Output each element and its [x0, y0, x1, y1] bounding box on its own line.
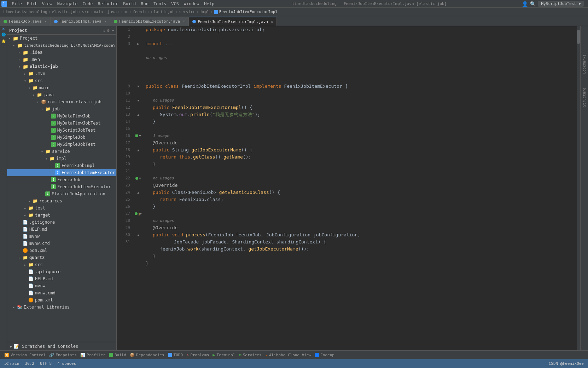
tree-main[interactable]: ▾ 📁 main	[7, 84, 116, 91]
close-feenixjobimpl[interactable]: ×	[104, 19, 106, 23]
tree-elastic-mvn[interactable]: ▸ 📁 .mvn	[7, 70, 116, 77]
menu-build[interactable]: Build	[121, 1, 138, 7]
tree-idea[interactable]: ▸ 📁 .idea	[7, 49, 116, 56]
fold-method1-end[interactable]: ▲	[134, 146, 142, 154]
profiler-btn[interactable]: 📊 Profiler	[79, 352, 107, 358]
tree-mvn-top[interactable]: ▸ 📁 .mvn	[7, 56, 116, 63]
bc-java[interactable]: java	[107, 10, 117, 14]
todo-btn[interactable]: TODO	[167, 352, 185, 358]
dependencies-btn[interactable]: 📦 Dependencies	[128, 352, 165, 358]
bc-impl[interactable]: impl	[200, 10, 209, 14]
fold-constructor-end[interactable]: ▲	[134, 111, 142, 118]
scrollbar-thumb[interactable]	[577, 30, 580, 44]
bc-service[interactable]: service	[179, 10, 195, 14]
run-config-dropdown[interactable]: MyScriptJobTest ▼	[538, 1, 584, 7]
tree-impl[interactable]: ▾ 📁 impl	[7, 155, 116, 162]
tree-mysimplejob[interactable]: ▸ C MySimpleJob	[7, 134, 116, 141]
tree-gitignore[interactable]: ▸ 📄 .gitignore	[7, 219, 116, 226]
tree-quartz-mvnw[interactable]: ▸ 📄 mvnw	[7, 282, 116, 289]
tree-feenixjob[interactable]: ▸ I FeenixJob	[7, 176, 116, 183]
fold-method2-arrow[interactable]: ▼	[139, 175, 141, 182]
codeup-btn[interactable]: Codeup	[313, 352, 336, 358]
tree-job[interactable]: ▾ 📁 job	[7, 105, 116, 113]
tree-quartz-help[interactable]: ▸ 📄 HELP.md	[7, 275, 116, 282]
tree-feenixjobitemexecutor[interactable]: ▸ I FeenixJobItemExecutor	[7, 183, 116, 190]
tree-resources[interactable]: ▸ 📁 resources	[7, 197, 116, 205]
fold-constructor-arrow[interactable]: ▼	[134, 97, 142, 104]
tree-quartz-mvnwcmd[interactable]: ▸ 📄 mvnw.cmd	[7, 289, 116, 297]
services-btn[interactable]: ⚙ Services	[237, 352, 263, 358]
tree-project-root[interactable]: ▾ 📁 Project	[7, 35, 116, 42]
tree-test[interactable]: ▸ 📁 test	[7, 205, 116, 212]
tree-target[interactable]: ▸ 📁 target	[7, 212, 116, 219]
tree-service[interactable]: ▾ 📁 service	[7, 148, 116, 155]
tree-feenixjobitemexecutorimpl[interactable]: ▸ C FeenixJobItemExecutorImpl	[7, 169, 116, 176]
tree-quartz-gitignore[interactable]: ▸ 📄 .gitignore	[7, 268, 116, 275]
code-editor[interactable]: package com.feenix.elasticjob.service.im…	[142, 26, 577, 350]
tree-com-feenix[interactable]: ▾ 📦 com.feenix.elasticjob	[7, 98, 116, 105]
tree-helpmd[interactable]: ▸ 📄 HELP.md	[7, 226, 116, 233]
tree-mysimplejobtest[interactable]: ▸ C MySimpleJobTest	[7, 141, 116, 148]
fold-import-arrow[interactable]: ▶	[134, 40, 142, 47]
line-col[interactable]: 30:2	[24, 361, 36, 367]
scrollbar[interactable]	[577, 26, 580, 350]
bc-timedtaskscheduling[interactable]: timedtaskscheduling	[3, 10, 47, 14]
bc-src[interactable]: src	[82, 10, 89, 14]
terminal-btn[interactable]: ▶ Terminal	[211, 352, 237, 358]
menu-vcs[interactable]: VCS	[169, 1, 181, 7]
tab-feenixjobitemexecutor[interactable]: FeenixJobItemExecutor.java ×	[110, 17, 189, 26]
collapse-icon[interactable]: −	[112, 28, 114, 33]
close-feenixjobitemexecutorimpl[interactable]: ×	[271, 20, 273, 24]
bc-elasticjob[interactable]: elasticjob	[151, 10, 175, 14]
tree-mydataflowjob[interactable]: ▸ C MyDataFlowJob	[7, 113, 116, 120]
editor-content[interactable]: 1 2 3 9 10 11 12 13 14 15 16 17 18 19 20	[117, 26, 588, 350]
fold-method3-end[interactable]: ▲	[134, 231, 142, 238]
menu-window[interactable]: Window	[181, 1, 202, 7]
tree-feenixjobimpl[interactable]: ▸ C FeenixJobImpl	[7, 162, 116, 169]
bc-class[interactable]: FeenixJobItemExecutorImpl	[214, 10, 278, 14]
search-icon[interactable]: 🔍	[530, 1, 536, 7]
scratches-item[interactable]: ▸ 📝 Scratches and Consoles	[7, 342, 116, 350]
bc-com[interactable]: com	[121, 10, 128, 14]
menu-edit[interactable]: Edit	[24, 1, 40, 7]
problems-btn[interactable]: ⚠ Problems	[185, 352, 210, 358]
fold-method3-arrow[interactable]: ▼	[140, 210, 142, 217]
project-sidebar-icon[interactable]: P	[1, 28, 5, 30]
fold-method2-end[interactable]: ▲	[134, 189, 142, 196]
structure-tab[interactable]: Structure	[581, 88, 588, 107]
tree-ext-libs[interactable]: ▸ 📚 External Libraries	[7, 304, 116, 311]
explorer-icon[interactable]: 🌐	[1, 33, 6, 36]
tree-quartz-src[interactable]: ▸ 📁 src	[7, 261, 116, 268]
fold-method1-arrow[interactable]: ▼	[139, 132, 141, 139]
endpoints-btn[interactable]: 🔗 Endpoints	[48, 352, 78, 358]
tab-feenixjobimpl[interactable]: FeenixJobImpl.java ×	[51, 17, 110, 26]
menu-view[interactable]: View	[40, 1, 55, 7]
tab-feenixjob[interactable]: FeenixJob.java ×	[0, 17, 51, 26]
tab-feenixjobitemexecutorimpl[interactable]: FeenixJobItemExecutorImpl.java ×	[189, 17, 277, 26]
close-feenixjob[interactable]: ×	[45, 19, 47, 23]
tree-elastic-job[interactable]: ▾ 📁 elastic-job	[7, 63, 116, 70]
build-btn[interactable]: Build	[107, 352, 128, 358]
tree-mvnwcmd[interactable]: ▸ 📄 mvnw.cmd	[7, 240, 116, 247]
tree-quartz-pom[interactable]: ▸ 🟠 pom.xml	[7, 297, 116, 304]
menu-navigate[interactable]: Navigate	[55, 1, 80, 7]
tree-mydataflowjobtest[interactable]: ▸ C MyDataFlowJobTest	[7, 120, 116, 127]
settings-gear-icon[interactable]: ⚙	[107, 28, 110, 33]
bc-feenix[interactable]: feenix	[133, 10, 147, 14]
bc-elastic-job[interactable]: elastic-job	[52, 10, 77, 14]
tree-src[interactable]: ▾ 📁 src	[7, 77, 116, 84]
menu-help[interactable]: Help	[202, 1, 217, 7]
bc-main[interactable]: main	[93, 10, 103, 14]
tree-elasticjobapp[interactable]: ▸ C ElasticJobApplication	[7, 190, 116, 197]
alibaba-cloud-btn[interactable]: ☁ Alibaba Cloud View	[264, 352, 313, 358]
menu-tools[interactable]: Tools	[151, 1, 169, 7]
bookmarks-tab[interactable]: Bookmarks	[581, 54, 588, 74]
tree-quartz[interactable]: ▸ 📁 quartz	[7, 254, 116, 261]
encoding[interactable]: UTF-8	[39, 361, 53, 367]
git-branch[interactable]: ⎇ main	[3, 361, 21, 367]
tree-mvnw[interactable]: ▸ 📄 mvnw	[7, 233, 116, 240]
profile-icon[interactable]: 👤	[522, 1, 528, 7]
menu-file[interactable]: File	[9, 1, 24, 7]
tree-myscriptjobtest[interactable]: ▸ C MyScriptJobTest	[7, 127, 116, 134]
indent[interactable]: 4 spaces	[56, 361, 77, 367]
